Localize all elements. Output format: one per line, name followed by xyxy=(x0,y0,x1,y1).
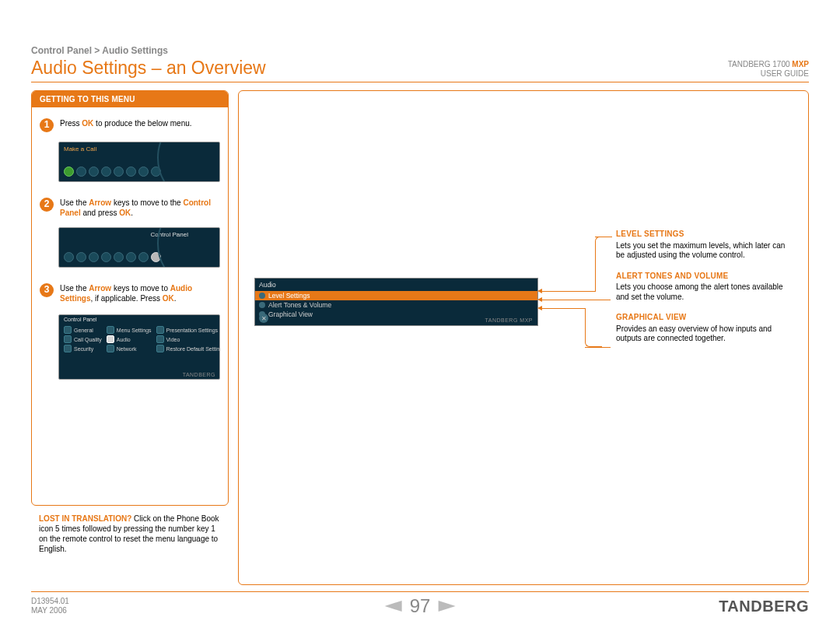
audio-row-alert: Alert Tones & Volume xyxy=(255,300,537,310)
cp-icon xyxy=(107,326,114,334)
cp-item: Presentation Settings xyxy=(156,326,220,334)
cp-icon xyxy=(64,345,72,352)
menu-icon xyxy=(101,167,111,177)
ss3-brand: TANDBERG xyxy=(183,372,215,377)
audio-row-level: Level Settings xyxy=(255,291,537,300)
menu-icon xyxy=(138,167,149,177)
callout-title: LEVEL SETTINGS xyxy=(616,230,787,240)
menu-icon xyxy=(126,252,136,262)
doc-date: MAY 2006 xyxy=(31,606,67,615)
callout-text: Provides an easy overview of how inputs … xyxy=(616,324,787,344)
footer-brand: TANDBERG xyxy=(719,598,809,615)
connector-line xyxy=(595,237,611,237)
cp-icon xyxy=(156,345,164,352)
callouts: LEVEL SETTINGS Lets you set the maximum … xyxy=(616,230,787,355)
ss3-title: Control Panel xyxy=(64,317,96,322)
callout-title: GRAPHICAL VIEW xyxy=(616,313,787,323)
menu-icon xyxy=(89,252,99,262)
menu-icon xyxy=(64,252,74,262)
step-3-text: Use the Arrow keys to move to Audio Sett… xyxy=(60,283,220,303)
cp-icon xyxy=(156,326,164,334)
decorative-curve xyxy=(157,142,220,182)
connector-line xyxy=(542,300,611,300)
callout-graphical-view: GRAPHICAL VIEW Provides an easy overview… xyxy=(616,313,787,344)
menu-icon xyxy=(64,167,74,177)
step-number-2: 2 xyxy=(40,198,54,212)
screenshot-2: Control Panel xyxy=(58,227,220,268)
cp-icon-selected xyxy=(107,335,114,343)
callout-text: Lets you choose among the alert tones av… xyxy=(616,282,787,302)
page-title: Audio Settings – an Overview xyxy=(31,58,266,79)
callout-title: ALERT TONES AND VOLUME xyxy=(616,272,787,282)
product-name: TANDBERG 1700 xyxy=(728,60,790,68)
menu-icon xyxy=(114,252,124,262)
cp-item: Security xyxy=(64,345,102,352)
cp-item: Video xyxy=(156,335,220,343)
menu-icon xyxy=(138,252,149,262)
cp-item: Call Quality xyxy=(64,335,102,343)
ss1-icons xyxy=(64,167,161,177)
callout-level-settings: LEVEL SETTINGS Lets you set the maximum … xyxy=(616,230,787,261)
translation-tip: LOST IN TRANSLATION? Click on the Phone … xyxy=(31,514,229,554)
connector-line xyxy=(542,291,595,292)
cp-item: Menu Settings xyxy=(107,326,152,334)
product-info: TANDBERG 1700 MXP USER GUIDE xyxy=(728,60,809,79)
doc-number: D13954.01 xyxy=(31,597,69,605)
connector-bend xyxy=(595,237,612,292)
footer: D13954.01 MAY 2006 97 TANDBERG xyxy=(31,591,809,615)
step-1: 1 Press OK to produce the below menu. xyxy=(32,107,228,137)
cp-icon xyxy=(64,335,72,343)
page-navigation: 97 xyxy=(385,595,456,617)
cp-icon xyxy=(107,345,114,352)
getting-to-menu-box: GETTING TO THIS MENU 1 Press OK to produ… xyxy=(31,90,229,506)
page-number: 97 xyxy=(410,595,431,617)
step-number-3: 3 xyxy=(40,283,54,297)
tip-lead: LOST IN TRANSLATION? xyxy=(39,514,131,523)
product-subtitle: USER GUIDE xyxy=(761,69,809,78)
step-2: 2 Use the Arrow keys to move to the Cont… xyxy=(32,187,228,223)
screenshot-3: Control Panel General Menu Settings Pres… xyxy=(58,314,220,380)
prev-page-arrow[interactable] xyxy=(385,601,402,612)
cp-item-audio: Audio xyxy=(107,335,152,343)
connector-line xyxy=(542,308,585,309)
audio-panel-brand: TANDBERG MXP xyxy=(485,317,534,323)
breadcrumb: Control Panel > Audio Settings xyxy=(31,45,809,56)
menu-icon xyxy=(89,167,99,177)
cp-icon xyxy=(156,335,164,343)
menu-icon xyxy=(114,167,124,177)
callout-alert-tones: ALERT TONES AND VOLUME Lets you choose a… xyxy=(616,272,787,303)
row-icon xyxy=(259,293,265,299)
menu-icon xyxy=(126,167,136,177)
product-suffix: MXP xyxy=(792,60,809,68)
ss2-icons xyxy=(64,252,161,262)
cp-item: General xyxy=(64,326,102,334)
step-1-text: Press OK to produce the below menu. xyxy=(60,118,192,132)
connector-bend xyxy=(585,308,602,347)
sidebar-header: GETTING TO THIS MENU xyxy=(32,91,228,107)
audio-menu-screenshot: Audio Level Settings Alert Tones & Volum… xyxy=(254,278,538,326)
menu-icon xyxy=(76,252,86,262)
next-page-arrow[interactable] xyxy=(438,601,455,612)
close-icon: ✕ xyxy=(259,314,268,323)
step-2-text: Use the Arrow keys to move to the Contro… xyxy=(60,198,220,218)
step-3: 3 Use the Arrow keys to move to Audio Se… xyxy=(32,272,228,310)
screenshot-1: Make a Call xyxy=(58,142,220,182)
cp-item: Restore Default Settings xyxy=(156,345,220,352)
audio-panel-title: Audio xyxy=(255,279,537,291)
cp-icon xyxy=(64,326,72,334)
row-icon xyxy=(259,302,265,308)
cp-item: Network xyxy=(107,345,152,352)
menu-icon xyxy=(76,167,86,177)
main-content: Audio Level Settings Alert Tones & Volum… xyxy=(238,90,809,585)
doc-info: D13954.01 MAY 2006 xyxy=(31,597,69,615)
step-number-1: 1 xyxy=(40,118,54,132)
connector-line xyxy=(585,347,611,348)
decorative-curve xyxy=(157,227,220,268)
ss1-label: Make a Call xyxy=(64,145,96,152)
menu-icon xyxy=(101,252,111,262)
callout-text: Lets you set the maximum levels, which l… xyxy=(616,241,787,261)
